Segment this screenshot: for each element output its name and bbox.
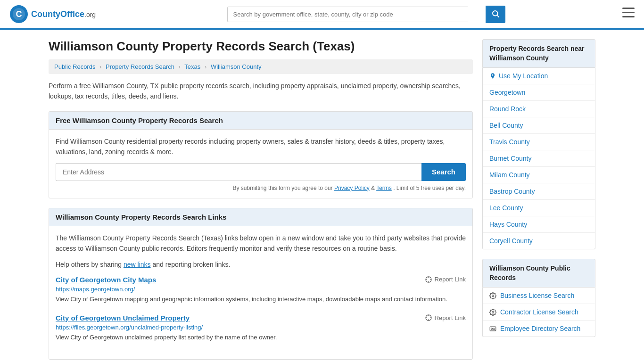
breadcrumb-williamson-county[interactable]: Williamson County: [211, 63, 262, 70]
header-search-input[interactable]: [227, 7, 468, 22]
crosshair-icon: [425, 276, 432, 283]
svg-rect-5: [622, 8, 635, 9]
sidebar-item-bastrop-county[interactable]: Bastrop County: [483, 183, 595, 200]
terms-link[interactable]: Terms: [376, 185, 392, 191]
sidebar: Property Records Search near Williamson …: [482, 39, 595, 362]
sidebar-item-bell-county[interactable]: Bell County: [483, 117, 595, 134]
crosshair-icon-2: [425, 314, 432, 321]
svg-line-4: [497, 15, 499, 17]
svg-rect-6: [622, 12, 635, 13]
intro-description: Perform a free Williamson County, TX pub…: [49, 81, 473, 102]
use-my-location-link[interactable]: Use My Location: [499, 72, 548, 80]
resource-url-2[interactable]: https://files.georgetown.org/unclaimed-p…: [56, 324, 466, 331]
sidebar-item-hays-county[interactable]: Hays County: [483, 216, 595, 233]
resource-url-1[interactable]: https://maps.georgetown.org/: [56, 286, 466, 293]
resource-desc-2: View City of Georgetown unclaimed proper…: [56, 333, 466, 342]
contractor-license-link[interactable]: Contractor License Search: [500, 308, 578, 316]
address-input[interactable]: [56, 163, 421, 181]
address-search-form: Search: [56, 163, 466, 181]
sidebar-item-georgetown[interactable]: Georgetown: [483, 84, 595, 101]
sidebar-nearby-header: Property Records Search near Williamson …: [482, 39, 595, 68]
sidebar-item-employee-directory[interactable]: Employee Directory Search: [483, 321, 595, 337]
hamburger-menu-button[interactable]: [622, 8, 635, 21]
address-search-button[interactable]: Search: [421, 163, 466, 181]
logo-icon: C: [9, 5, 28, 24]
search-icon: [491, 9, 500, 18]
sidebar-item-use-location[interactable]: Use My Location: [483, 68, 595, 84]
sidebar-item-business-license[interactable]: Business License Search: [483, 288, 595, 304]
header-search-button[interactable]: [486, 6, 505, 23]
sidebar-item-milam-county[interactable]: Milam County: [483, 167, 595, 183]
location-pin-icon: [489, 73, 496, 79]
svg-point-3: [493, 11, 498, 16]
gear-icon-1: [489, 292, 496, 299]
resource-title-1[interactable]: City of Georgetown City Maps: [56, 276, 156, 284]
resource-title-2[interactable]: City of Georgetown Unclaimed Property: [56, 314, 190, 322]
page-title: Williamson County Property Records Searc…: [49, 39, 473, 54]
free-search-header: Free Williamson County Property Records …: [49, 112, 472, 130]
sidebar-item-contractor-license[interactable]: Contractor License Search: [483, 304, 595, 321]
free-search-description: Find Williamson County residential prope…: [56, 136, 466, 157]
sidebar-public-records-list: Business License Search Contractor Licen…: [482, 288, 595, 337]
breadcrumb-texas[interactable]: Texas: [184, 63, 200, 70]
header-search-area: [213, 6, 505, 23]
svg-point-21: [491, 328, 492, 329]
sidebar-nearby-list: Use My Location Georgetown Round Rock Be…: [482, 68, 595, 249]
business-license-link[interactable]: Business License Search: [500, 292, 574, 299]
breadcrumb-property-records-search[interactable]: Property Records Search: [106, 63, 174, 70]
report-link-1[interactable]: Report Link: [425, 276, 466, 283]
gear-icon-2: [489, 309, 496, 316]
resource-desc-1: View City of Georgetown mapping and geog…: [56, 295, 466, 304]
resource-item-1: City of Georgetown City Maps Report Link: [56, 276, 466, 304]
privacy-policy-link[interactable]: Privacy Policy: [334, 185, 370, 191]
links-section: Williamson County Property Records Searc…: [49, 208, 473, 360]
hamburger-icon: [622, 8, 635, 18]
id-card-icon: [489, 325, 496, 332]
breadcrumb-public-records[interactable]: Public Records: [54, 63, 95, 70]
sidebar-public-records-header: Williamson County Public Records: [482, 259, 595, 288]
resource-item-2: City of Georgetown Unclaimed Property Re…: [56, 314, 466, 342]
sidebar-item-round-rock[interactable]: Round Rock: [483, 101, 595, 117]
sidebar-item-coryell-county[interactable]: Coryell County: [483, 233, 595, 249]
breadcrumb: Public Records › Property Records Search…: [49, 59, 473, 74]
sidebar-item-travis-county[interactable]: Travis County: [483, 134, 595, 150]
share-line: Help others by sharing new links and rep…: [56, 259, 466, 270]
new-links-link[interactable]: new links: [124, 261, 151, 268]
employee-directory-link[interactable]: Employee Directory Search: [500, 325, 580, 332]
sidebar-item-burnet-county[interactable]: Burnet County: [483, 150, 595, 167]
free-search-section: Free Williamson County Property Records …: [49, 111, 473, 198]
report-link-2[interactable]: Report Link: [425, 314, 466, 321]
svg-text:C: C: [16, 9, 22, 19]
sidebar-item-lee-county[interactable]: Lee County: [483, 200, 595, 216]
links-description: The Williamson County Property Records S…: [56, 233, 466, 254]
logo-text: CountyOffice.org: [31, 9, 96, 19]
svg-point-19: [492, 312, 494, 313]
links-section-header: Williamson County Property Records Searc…: [49, 208, 472, 226]
svg-point-18: [492, 295, 494, 297]
logo[interactable]: C CountyOffice.org: [9, 5, 96, 24]
svg-rect-7: [622, 16, 635, 17]
form-note: By submitting this form you agree to our…: [56, 185, 466, 191]
